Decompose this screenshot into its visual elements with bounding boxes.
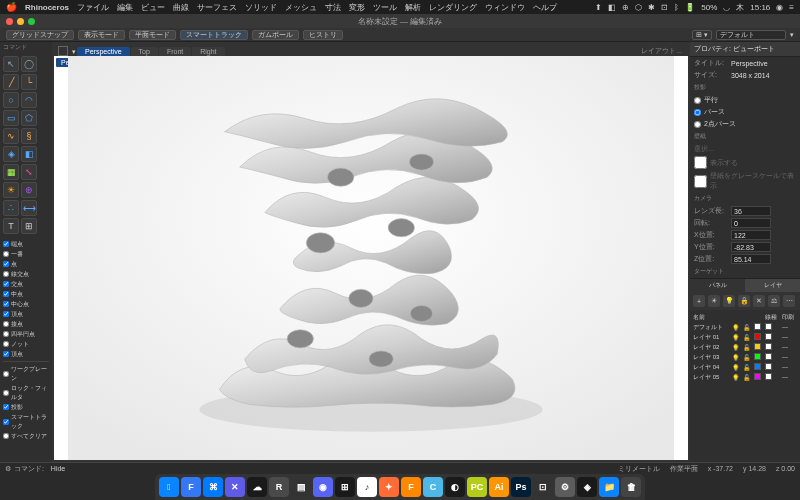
osnap-item[interactable]: 一番 [3, 249, 49, 259]
material-swatch[interactable] [765, 343, 772, 350]
arc-tool[interactable]: ◠ [21, 92, 37, 108]
dock-app[interactable]: Ps [511, 477, 531, 497]
cam-y-input[interactable] [731, 242, 771, 252]
layer-row[interactable]: レイヤ 02💡🔓— [692, 342, 798, 352]
material-swatch[interactable] [765, 323, 772, 330]
cplane-label[interactable]: 作業平面 [670, 464, 698, 474]
dock-app[interactable]: F [401, 477, 421, 497]
wallpaper-select[interactable]: 選択... [694, 144, 714, 154]
osnap-section[interactable]: スマートトラック [3, 412, 49, 431]
osnap-section[interactable]: ワークプレーン [3, 364, 49, 383]
gumball-toggle[interactable]: ガムボール [252, 30, 299, 40]
menu-tools[interactable]: ツール [373, 2, 397, 13]
osnap-item[interactable]: 線交点 [3, 269, 49, 279]
lock-icon[interactable]: 🔓 [743, 335, 750, 341]
osnap-check[interactable] [3, 331, 9, 337]
siri-icon[interactable]: ◉ [776, 3, 783, 12]
cam-x-input[interactable] [731, 230, 771, 240]
osnap-item[interactable]: 中点 [3, 289, 49, 299]
osnap-section[interactable]: ロック・フィルタ [3, 383, 49, 402]
command-input[interactable] [47, 465, 107, 472]
dock-app[interactable]: ◈ [577, 477, 597, 497]
projection-perspective-radio[interactable] [694, 109, 701, 116]
render-tool[interactable]: ☀ [3, 182, 19, 198]
menu-render[interactable]: レンダリング [429, 2, 477, 13]
osnap-check[interactable] [3, 241, 9, 247]
polygon-tool[interactable]: ⬠ [21, 110, 37, 126]
osnap-item[interactable]: ノット [3, 339, 49, 349]
layer-menu-icon[interactable]: ⋯ [783, 295, 795, 307]
osnap-check[interactable] [3, 341, 9, 347]
dock-app[interactable]: Ai [489, 477, 509, 497]
layer-sun-icon[interactable]: ☀ [708, 295, 720, 307]
osnap-check[interactable] [3, 404, 9, 410]
osnap-section[interactable]: 投影 [3, 402, 49, 412]
dock-app[interactable]: PC [467, 477, 487, 497]
bulb-icon[interactable]: 💡 [732, 355, 739, 361]
osnap-check[interactable] [3, 311, 9, 317]
bulb-icon[interactable]: 💡 [732, 365, 739, 371]
layer-row[interactable]: レイヤ 01💡🔓— [692, 332, 798, 342]
material-swatch[interactable] [765, 353, 772, 360]
dock-app[interactable]: 📁 [599, 477, 619, 497]
dock-app[interactable]: ✕ [225, 477, 245, 497]
dock-app[interactable]: ☁ [247, 477, 267, 497]
cam-z-input[interactable] [731, 254, 771, 264]
layer-new-icon[interactable]: + [693, 295, 705, 307]
bulb-icon[interactable]: 💡 [732, 325, 739, 331]
color-swatch[interactable] [754, 333, 761, 340]
color-swatch[interactable] [754, 343, 761, 350]
osnap-check[interactable] [3, 281, 9, 287]
menu-view[interactable]: ビュー [141, 2, 165, 13]
dock-app[interactable]: ⌘ [203, 477, 223, 497]
menu-mesh[interactable]: メッシュ [285, 2, 317, 13]
dock-app[interactable]: 🗑 [621, 477, 641, 497]
layout-link[interactable]: レイアウト... [641, 46, 682, 56]
dock-app[interactable]: ◐ [445, 477, 465, 497]
tray-icon[interactable]: ◧ [608, 3, 616, 12]
point-tool[interactable]: ∴ [3, 200, 19, 216]
bluetooth-icon[interactable]: ᛒ [674, 3, 679, 12]
tab-right[interactable]: Right [192, 47, 224, 56]
menu-transform[interactable]: 変形 [349, 2, 365, 13]
menu-curve[interactable]: 曲線 [173, 2, 189, 13]
layer-bulb-icon[interactable]: 💡 [723, 295, 735, 307]
menu-window[interactable]: ウィンドウ [485, 2, 525, 13]
block-tool[interactable]: ⊞ [21, 218, 37, 234]
lock-icon[interactable]: 🔓 [743, 375, 750, 381]
maximize-button[interactable] [28, 18, 35, 25]
dock-app[interactable]: ✦ [379, 477, 399, 497]
preset-input[interactable] [716, 30, 786, 40]
dock-app[interactable]: ▤ [291, 477, 311, 497]
menu-file[interactable]: ファイル [77, 2, 109, 13]
material-swatch[interactable] [765, 373, 772, 380]
analyze-tool[interactable]: ⊛ [21, 182, 37, 198]
menu-surface[interactable]: サーフェス [197, 2, 237, 13]
wallpaper-show-check[interactable] [694, 156, 707, 169]
menu-lines-icon[interactable]: ≡ [789, 3, 794, 12]
pointer-tool[interactable]: ↖ [3, 56, 19, 72]
apple-logo-icon[interactable]: 🍎 [6, 2, 17, 12]
color-swatch[interactable] [754, 353, 761, 360]
osnap-check[interactable] [3, 419, 9, 425]
osnap-check[interactable] [3, 321, 9, 327]
menu-help[interactable]: ヘルプ [533, 2, 557, 13]
dock-app[interactable]: ⊞ [335, 477, 355, 497]
tray-icon[interactable]: ⬡ [635, 3, 642, 12]
osnap-item[interactable]: 頂点 [3, 349, 49, 359]
osnap-item[interactable]: 四半円点 [3, 329, 49, 339]
surface-tool[interactable]: ◈ [3, 146, 19, 162]
lock-icon[interactable]: 🔓 [743, 325, 750, 331]
bulb-icon[interactable]: 💡 [732, 375, 739, 381]
layer-delete-icon[interactable]: ✕ [753, 295, 765, 307]
menu-analyze[interactable]: 解析 [405, 2, 421, 13]
osnap-check[interactable] [3, 271, 9, 277]
osnap-item[interactable]: 点 [3, 259, 49, 269]
osnap-check[interactable] [3, 351, 9, 357]
osnap-clear[interactable]: すべてクリア [3, 431, 49, 441]
osnap-item[interactable]: 端点 [3, 239, 49, 249]
spiral-tool[interactable]: § [21, 128, 37, 144]
menu-edit[interactable]: 編集 [117, 2, 133, 13]
menu-dimension[interactable]: 寸法 [325, 2, 341, 13]
display-mode-toggle[interactable]: 表示モード [78, 30, 125, 40]
